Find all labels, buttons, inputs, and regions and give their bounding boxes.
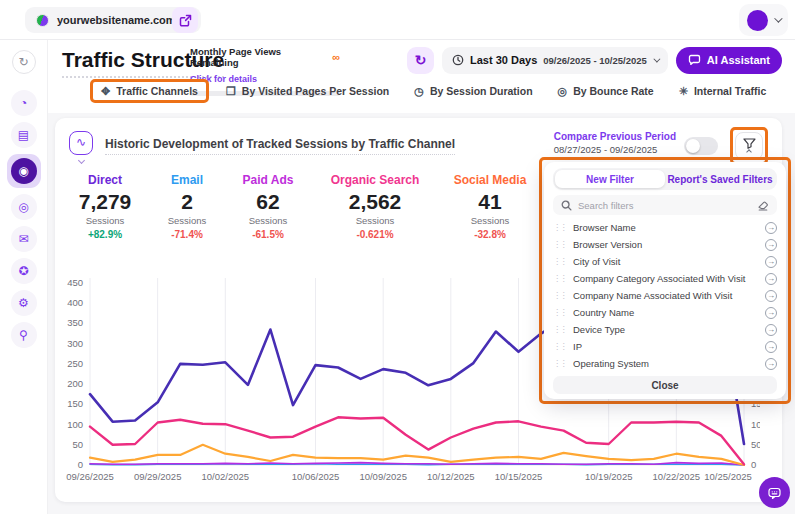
svg-text:50: 50 <box>72 439 83 450</box>
svg-text:400: 400 <box>67 297 83 308</box>
svg-text:150: 150 <box>67 398 83 409</box>
filter-item-browser-version[interactable]: ⋮⋮Browser Version→ <box>553 236 777 253</box>
compare-toggle[interactable] <box>684 137 718 155</box>
add-filter-arrow-icon[interactable]: → <box>765 358 777 370</box>
stat-unit: Sessions <box>243 215 294 226</box>
drag-handle-icon[interactable]: ⋮⋮ <box>553 309 566 317</box>
add-filter-arrow-icon[interactable]: → <box>765 341 777 353</box>
clock-icon <box>452 54 464 66</box>
header-controls: ↻ Last 30 Days 09/26/2025 - 10/25/2025 A… <box>407 46 782 74</box>
filter-tab-new-filter[interactable]: New Filter <box>555 170 665 188</box>
open-website-button[interactable] <box>172 7 198 33</box>
sidebar-nav: ◔▤◉◎✉✪⚙⚲ <box>7 90 41 348</box>
tab-internal-traffic[interactable]: ✳Internal Traffic <box>679 85 767 97</box>
add-filter-arrow-icon[interactable]: → <box>765 222 777 234</box>
internal-traffic-icon: ✳ <box>679 86 688 97</box>
filter-item-label: Device Type <box>573 324 758 335</box>
report-tabs: ✥Traffic Channels❐By Visited Pages Per S… <box>90 79 791 103</box>
pages-icon: ❐ <box>226 86 236 97</box>
pageviews-title: Monthly Page Views Remaining <box>190 46 332 68</box>
sidebar-item-settings[interactable]: ⚙ <box>11 290 37 316</box>
filter-item-city-of-visit[interactable]: ⋮⋮City of Visit→ <box>553 253 777 270</box>
filter-list: ⋮⋮Browser Name→⋮⋮Browser Version→⋮⋮City … <box>553 219 777 372</box>
sidebar: ↻ ◔▤◉◎✉✪⚙⚲ <box>0 40 48 514</box>
drag-handle-icon[interactable]: ⋮⋮ <box>553 360 566 368</box>
drag-handle-icon[interactable]: ⋮⋮ <box>553 343 566 351</box>
person-pin-icon: ⚲ <box>19 329 28 341</box>
sidebar-item-visitors[interactable]: ▤ <box>11 122 37 148</box>
sidebar-item-dashboard[interactable]: ◔ <box>11 90 37 116</box>
drag-handle-icon[interactable]: ⋮⋮ <box>553 292 566 300</box>
add-filter-arrow-icon[interactable]: → <box>765 239 777 251</box>
message-icon: ✉ <box>18 233 28 245</box>
filter-item-label: Country Name <box>573 307 758 318</box>
filter-item-company-category-associated-with-visit[interactable]: ⋮⋮Company Category Associated With Visit… <box>553 270 777 287</box>
shield-icon: ✪ <box>18 265 28 277</box>
svg-text:09/26/2025: 09/26/2025 <box>66 471 114 482</box>
add-filter-arrow-icon[interactable]: → <box>765 307 777 319</box>
collapse-sidebar-button[interactable]: ↻ <box>12 50 36 74</box>
add-filter-arrow-icon[interactable]: → <box>765 324 777 336</box>
support-chat-button[interactable] <box>759 477 790 508</box>
drag-handle-icon[interactable]: ⋮⋮ <box>553 275 566 283</box>
stat-channel-label: Social Media <box>454 173 527 187</box>
stat-social-media: Social Media41Sessions-32.8% <box>454 173 527 240</box>
svg-text:450: 450 <box>67 277 83 288</box>
filter-item-country-name[interactable]: ⋮⋮Country Name→ <box>553 304 777 321</box>
stat-delta: -61.5% <box>243 229 294 240</box>
sidebar-item-traffic[interactable]: ◉ <box>7 154 41 188</box>
date-range-picker[interactable]: Last 30 Days 09/26/2025 - 10/25/2025 <box>442 47 668 74</box>
filter-item-browser-name[interactable]: ⋮⋮Browser Name→ <box>553 219 777 236</box>
stat-channel-label: Email <box>168 173 207 187</box>
add-filter-arrow-icon[interactable]: → <box>765 256 777 268</box>
collapse-sidebar-icon: ↻ <box>18 55 28 69</box>
annotation-traffic-channels-tab: ✥Traffic Channels <box>90 79 209 103</box>
target-icon: ◎ <box>18 201 28 213</box>
tab-traffic-channels[interactable]: ✥Traffic Channels <box>101 85 198 97</box>
filter-search-input[interactable] <box>578 200 751 211</box>
user-menu[interactable] <box>739 4 788 36</box>
filter-button[interactable] <box>735 132 763 160</box>
stat-delta: +82.9% <box>79 229 132 240</box>
stat-value: 7,279 <box>79 190 132 214</box>
compare-previous-period: Compare Previous Period 08/27/2025 - 09/… <box>554 131 676 155</box>
svg-text:0: 0 <box>751 459 756 470</box>
add-filter-arrow-icon[interactable]: → <box>765 273 777 285</box>
compare-label: Compare Previous Period <box>554 131 676 142</box>
drag-handle-icon[interactable]: ⋮⋮ <box>553 258 566 266</box>
drag-handle-icon[interactable]: ⋮⋮ <box>553 326 566 334</box>
sidebar-item-behavior[interactable]: ◎ <box>11 194 37 220</box>
add-filter-arrow-icon[interactable]: → <box>765 290 777 302</box>
filter-item-label: Browser Version <box>573 239 758 250</box>
filter-tab-report-s-saved-filters[interactable]: Report's Saved Filters <box>665 170 775 188</box>
close-filter-panel-button[interactable]: Close <box>553 376 777 394</box>
filter-item-company-name-associated-with-visit[interactable]: ⋮⋮Company Name Associated With Visit→ <box>553 287 777 304</box>
tab-by-bounce-rate[interactable]: ◎By Bounce Rate <box>558 85 654 97</box>
refresh-button[interactable]: ↻ <box>407 47 434 74</box>
refresh-icon: ↻ <box>415 52 427 68</box>
sidebar-item-privacy[interactable]: ✪ <box>11 258 37 284</box>
sidebar-item-communication[interactable]: ✉ <box>11 226 37 252</box>
tab-by-session-duration[interactable]: ◷By Session Duration <box>414 85 532 97</box>
tab-label: By Visited Pages Per Session <box>242 85 389 97</box>
sidebar-item-account[interactable]: ⚲ <box>11 322 37 348</box>
svg-text:100: 100 <box>751 419 760 430</box>
tab-by-visited-pages-per-session[interactable]: ❐By Visited Pages Per Session <box>226 85 389 97</box>
filter-item-operating-system[interactable]: ⋮⋮Operating System→ <box>553 355 777 372</box>
app-screen: yourwebsitename.com ↻ ◔▤◉◎✉✪⚙⚲ Traffic S… <box>0 0 795 514</box>
ai-assistant-button[interactable]: AI Assistant <box>676 47 782 74</box>
drag-handle-icon[interactable]: ⋮⋮ <box>553 224 566 232</box>
drag-handle-icon[interactable]: ⋮⋮ <box>553 241 566 249</box>
svg-text:10/02/2025: 10/02/2025 <box>202 471 250 482</box>
svg-text:50: 50 <box>751 439 760 450</box>
filter-item-device-type[interactable]: ⋮⋮Device Type→ <box>553 321 777 338</box>
stat-channel-label: Direct <box>79 173 132 187</box>
svg-text:10/15/2025: 10/15/2025 <box>495 471 543 482</box>
annotation-filter-panel: New FilterReport's Saved Filters ⋮⋮Brows… <box>539 157 791 404</box>
filter-item-ip[interactable]: ⋮⋮IP→ <box>553 338 777 355</box>
clear-search-icon[interactable] <box>757 199 769 211</box>
stat-unit: Sessions <box>79 215 132 226</box>
traffic-channels-icon: ✥ <box>101 86 110 97</box>
filter-item-label: Company Name Associated With Visit <box>573 290 758 301</box>
avatar <box>747 10 768 31</box>
